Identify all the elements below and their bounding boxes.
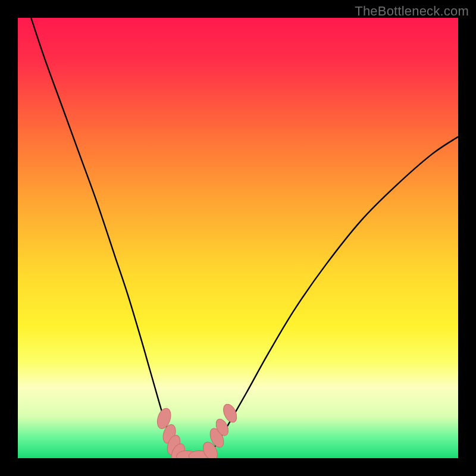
chart-svg [18, 18, 458, 458]
plot-area [18, 18, 458, 458]
outer-frame: TheBottleneck.com [0, 0, 476, 476]
watermark-text: TheBottleneck.com [355, 4, 469, 19]
gradient-background [18, 18, 458, 458]
